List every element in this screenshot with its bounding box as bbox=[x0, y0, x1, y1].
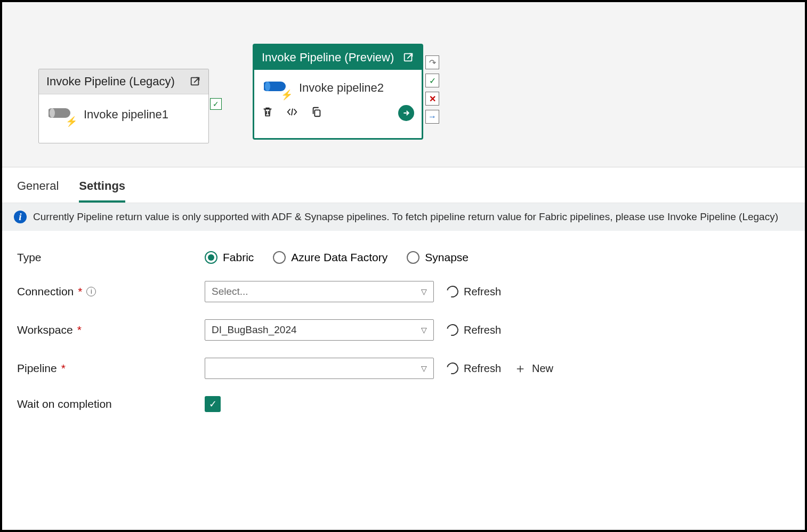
refresh-icon bbox=[445, 360, 461, 376]
radio-adf-label: Azure Data Factory bbox=[291, 251, 388, 264]
tab-general[interactable]: General bbox=[17, 179, 59, 203]
activity-title: Invoke Pipeline (Legacy) bbox=[46, 75, 175, 88]
activity-status-column: ↷ ✓ ✕ → bbox=[425, 55, 439, 124]
radio-synapse-label: Synapse bbox=[425, 251, 469, 264]
radio-fabric[interactable]: Fabric bbox=[205, 251, 254, 264]
info-banner: i Currently Pipeline return value is onl… bbox=[2, 203, 805, 231]
row-pipeline: Pipeline * ▽ Refresh ＋ New bbox=[17, 349, 790, 388]
plus-icon: ＋ bbox=[514, 362, 527, 375]
workspace-select[interactable]: DI_BugBash_2024 ▽ bbox=[205, 319, 434, 341]
required-mark: * bbox=[61, 362, 66, 375]
workspace-label: Workspace * bbox=[17, 324, 205, 336]
activity-invoke-pipeline-legacy[interactable]: Invoke Pipeline (Legacy) ⚡ Invoke pipeli… bbox=[38, 69, 209, 143]
bolt-icon: ⚡ bbox=[66, 116, 77, 127]
error-icon[interactable]: ✕ bbox=[425, 92, 439, 106]
pipeline-label: Pipeline * bbox=[17, 362, 205, 375]
connection-label: Connection * i bbox=[17, 285, 205, 298]
connection-select[interactable]: Select... ▽ bbox=[205, 281, 434, 302]
refresh-icon bbox=[445, 284, 461, 300]
radio-fabric-label: Fabric bbox=[223, 251, 254, 264]
pipeline-canvas[interactable]: Invoke Pipeline (Legacy) ⚡ Invoke pipeli… bbox=[2, 2, 805, 167]
activity-body: ⚡ Invoke pipeline2 bbox=[254, 70, 422, 102]
activity-header: Invoke Pipeline (Preview) bbox=[254, 45, 422, 70]
wait-checkbox[interactable]: ✓ bbox=[205, 396, 221, 412]
copy-icon[interactable] bbox=[311, 106, 322, 120]
pipeline-icon: ⚡ bbox=[49, 104, 74, 125]
activity-toolbar bbox=[254, 102, 422, 127]
code-icon[interactable] bbox=[285, 106, 299, 120]
chevron-down-icon: ▽ bbox=[421, 287, 427, 296]
open-external-icon[interactable] bbox=[402, 52, 414, 63]
redo-icon[interactable]: ↷ bbox=[425, 55, 439, 69]
run-icon[interactable] bbox=[398, 105, 414, 121]
svg-point-1 bbox=[50, 108, 55, 118]
connection-refresh[interactable]: Refresh bbox=[447, 286, 501, 298]
activity-name: Invoke pipeline1 bbox=[84, 108, 168, 122]
help-icon[interactable]: i bbox=[86, 287, 96, 296]
workspace-value: DI_BugBash_2024 bbox=[212, 324, 297, 336]
skip-icon[interactable]: → bbox=[425, 110, 439, 124]
chevron-down-icon: ▽ bbox=[421, 326, 427, 334]
success-icon[interactable]: ✓ bbox=[425, 74, 439, 87]
row-workspace: Workspace * DI_BugBash_2024 ▽ Refresh bbox=[17, 311, 790, 349]
activity-header: Invoke Pipeline (Legacy) bbox=[39, 69, 208, 94]
row-type: Type Fabric Azure Data Factory Synapse bbox=[17, 243, 790, 272]
activity-title: Invoke Pipeline (Preview) bbox=[262, 51, 394, 65]
type-radio-group: Fabric Azure Data Factory Synapse bbox=[205, 251, 469, 264]
pipeline-icon: ⚡ bbox=[264, 77, 289, 99]
radio-synapse[interactable]: Synapse bbox=[407, 251, 469, 264]
status-success-icon: ✓ bbox=[210, 98, 222, 110]
workspace-refresh[interactable]: Refresh bbox=[447, 324, 501, 336]
svg-rect-4 bbox=[314, 110, 320, 116]
pipeline-select[interactable]: ▽ bbox=[205, 358, 434, 379]
chevron-down-icon: ▽ bbox=[421, 364, 427, 373]
connection-placeholder: Select... bbox=[212, 286, 248, 297]
delete-icon[interactable] bbox=[262, 106, 273, 120]
required-mark: * bbox=[77, 324, 82, 336]
required-mark: * bbox=[78, 285, 82, 298]
tab-settings[interactable]: Settings bbox=[79, 179, 125, 203]
row-wait: Wait on completion ✓ bbox=[17, 388, 790, 421]
radio-adf[interactable]: Azure Data Factory bbox=[273, 251, 388, 264]
pipeline-refresh[interactable]: Refresh bbox=[447, 362, 501, 375]
settings-form: Type Fabric Azure Data Factory Synapse C… bbox=[2, 231, 805, 432]
info-icon: i bbox=[14, 211, 27, 223]
activity-name: Invoke pipeline2 bbox=[299, 81, 384, 95]
refresh-icon bbox=[445, 322, 461, 338]
open-external-icon[interactable] bbox=[189, 76, 201, 87]
wait-label: Wait on completion bbox=[17, 398, 205, 410]
pipeline-new[interactable]: ＋ New bbox=[514, 362, 553, 375]
settings-tabs: General Settings bbox=[2, 167, 805, 203]
row-connection: Connection * i Select... ▽ Refresh bbox=[17, 272, 790, 311]
bolt-icon: ⚡ bbox=[281, 89, 293, 101]
type-label: Type bbox=[17, 251, 205, 264]
info-text: Currently Pipeline return value is only … bbox=[33, 211, 778, 223]
svg-point-3 bbox=[265, 82, 270, 91]
activity-invoke-pipeline-preview[interactable]: Invoke Pipeline (Preview) ⚡ Invoke pipel… bbox=[253, 44, 423, 140]
activity-body: ⚡ Invoke pipeline1 bbox=[39, 94, 208, 135]
